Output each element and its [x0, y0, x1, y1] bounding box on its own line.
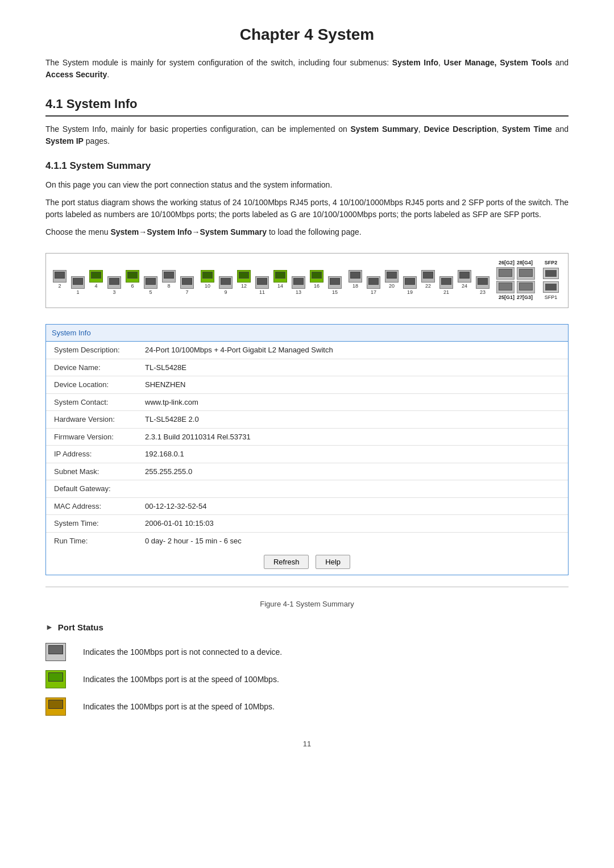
table-cell-label: Subnet Mask: [46, 463, 137, 480]
table-cell-label: Hardware Version: [46, 411, 137, 429]
g4-label-top: 28[G4] [517, 259, 533, 267]
g3-port-icon [517, 281, 535, 293]
table-row: System Description:24-Port 10/100Mbps + … [46, 342, 568, 359]
port-status-item-green: Indicates the 100Mbps port is at the spe… [45, 670, 569, 688]
subsection-para2: The port status diagram shows the workin… [45, 197, 569, 221]
port-2-icon [53, 270, 67, 283]
port-col-19: 19 [403, 264, 417, 297]
port-col-24: 24 [458, 270, 471, 290]
port-col-7: 7 [180, 264, 194, 297]
g1-port-icon [496, 281, 515, 293]
table-cell-value: TL-SL5428E [137, 359, 568, 376]
bold-system-ip: System IP [45, 136, 84, 146]
sfp1-port-icon [543, 281, 559, 293]
table-cell-label: System Time: [46, 515, 137, 533]
g4-port-icon [517, 267, 535, 280]
bold-device-description: Device Description [424, 124, 496, 134]
port-5-icon [144, 276, 157, 289]
port-2-label: 2 [53, 283, 67, 290]
system-info-box: System Info System Description:24-Port 1… [45, 324, 569, 576]
port-5-label: 5 [144, 289, 157, 297]
port-12-label: 12 [237, 283, 251, 290]
port-col-3: 3 [107, 264, 121, 297]
port-col-11: 11 [255, 264, 269, 297]
table-cell-label: System Contact: [46, 393, 137, 411]
table-cell-label: Firmware Version: [46, 428, 137, 446]
intro-bold-user-manage: User Manage, System Tools [444, 58, 552, 67]
choose-menu-bold: System→System Info→System Summary [110, 227, 267, 236]
bold-system-summary: System Summary [350, 124, 418, 134]
port-col-8: 8 [162, 270, 176, 290]
chapter-title: Chapter 4 System [45, 23, 569, 47]
port-22-label: 22 [421, 283, 435, 290]
table-cell-label: Device Name: [46, 359, 137, 376]
sfp2-label-top: SFP2 [545, 259, 558, 267]
table-cell-value: 255.255.255.0 [137, 463, 568, 480]
table-cell-value: 0 day- 2 hour - 15 min - 6 sec [137, 532, 568, 549]
table-cell-label: Run Time: [46, 532, 137, 549]
table-cell-value: 24-Port 10/100Mbps + 4-Port Gigabit L2 M… [137, 342, 568, 359]
port-23-label: 23 [476, 289, 489, 297]
table-row: System Contact:www.tp-link.com [46, 393, 568, 411]
table-row: Device Location:SHENZHEN [46, 376, 568, 394]
port-col-13: 13 [292, 264, 305, 297]
port-18-icon [349, 270, 362, 283]
port-16-label: 16 [310, 283, 323, 290]
g-bottom-labels: 25[G1] 27[G3] [499, 294, 533, 302]
table-row: IP Address:192.168.0.1 [46, 446, 568, 463]
table-cell-value: 00-12-12-32-52-54 [137, 497, 568, 515]
g-top-labels: 26[G2] 28[G4] [499, 259, 533, 267]
port-19-label: 19 [403, 289, 417, 297]
port-3-icon [107, 276, 121, 289]
port-col-9: 9 [219, 264, 233, 297]
port-col-16: 16 [310, 270, 323, 290]
port-col-2: 2 [53, 270, 67, 290]
g-ports-group: 26[G2] 28[G4] 25[G1] 27[G3] [496, 259, 535, 302]
port-col-15: 15 [328, 264, 342, 297]
port-12-icon [237, 270, 251, 283]
subsection-411-title: 4.1.1 System Summary [45, 159, 569, 173]
port-col-4: 4 [89, 270, 103, 290]
table-cell-label: Device Location: [46, 376, 137, 394]
table-cell-label: MAC Address: [46, 497, 137, 515]
port-9-icon [219, 276, 233, 289]
section-41-title: 4.1 System Info [45, 94, 569, 117]
divider [45, 587, 569, 587]
port-24-label: 24 [458, 283, 471, 290]
port-status-item-grey: Indicates the 100Mbps port is not connec… [45, 643, 569, 661]
help-button[interactable]: Help [316, 555, 350, 569]
port-20-label: 20 [385, 283, 399, 290]
port-7-icon [180, 276, 194, 289]
port-7-label: 7 [180, 289, 194, 297]
table-cell-value: 2.3.1 Build 20110314 Rel.53731 [137, 428, 568, 446]
port-col-17: 17 [367, 264, 380, 297]
port-1-label: 1 [71, 289, 85, 297]
port-14-icon [273, 270, 287, 283]
port-16-icon [310, 270, 323, 283]
port-status-label: Port Status [58, 621, 103, 634]
diagram-inner: 2 1 4 3 6 5 [53, 259, 561, 302]
g1-label-bottom: 25[G1] [499, 294, 515, 302]
port-status-section: ► Port Status Indicates the 100Mbps port… [45, 621, 569, 716]
arrow-icon: ► [45, 621, 53, 633]
table-cell-value: www.tp-link.com [137, 393, 568, 411]
port-col-20: 20 [385, 270, 399, 290]
table-row: Firmware Version:2.3.1 Build 20110314 Re… [46, 428, 568, 446]
port-8-icon [162, 270, 176, 283]
refresh-button[interactable]: Refresh [264, 555, 309, 569]
intro-bold-access-security: Access Security [45, 70, 107, 79]
table-row: MAC Address:00-12-12-32-52-54 [46, 497, 568, 515]
port-23-icon [476, 276, 489, 289]
bold-system-time: System Time [502, 124, 552, 134]
sfp2-port-icon [543, 268, 559, 279]
legend-port-grey [45, 643, 66, 661]
port-21-icon [439, 276, 453, 289]
page-number: 11 [45, 738, 569, 750]
port-col-10: 10 [201, 270, 214, 290]
g2-label-top: 26[G2] [499, 259, 515, 267]
legend-port-yellow [45, 697, 66, 716]
figure-caption: Figure 4-1 System Summary [45, 599, 569, 610]
table-row: Default Gateway: [46, 480, 568, 498]
port-col-22: 22 [421, 270, 435, 290]
subsection-para1: On this page you can view the port conne… [45, 179, 569, 191]
